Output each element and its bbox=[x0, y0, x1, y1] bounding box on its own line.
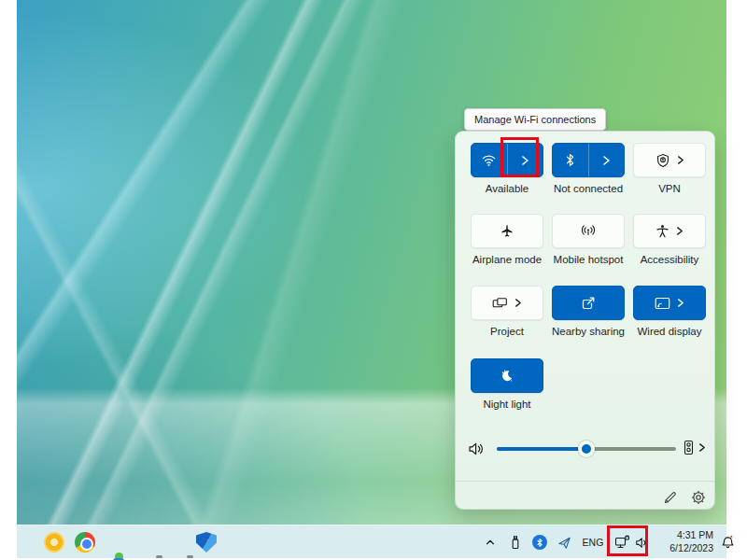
tile-wired-display[interactable] bbox=[633, 286, 706, 320]
volume-row bbox=[456, 436, 716, 464]
airplane-icon bbox=[500, 224, 514, 239]
screen: Manage Wi-Fi connections bbox=[0, 0, 747, 560]
tooltip-manage-wifi: Manage Wi-Fi connections bbox=[464, 108, 606, 131]
tile-label-hotspot: Mobile hotspot bbox=[544, 254, 632, 265]
tile-airplane-mode[interactable] bbox=[471, 214, 543, 248]
audio-output-icon[interactable] bbox=[683, 440, 695, 455]
tile-label-wifi: Available bbox=[463, 183, 551, 194]
paper-plane-icon bbox=[557, 536, 571, 550]
tray-bluetooth[interactable] bbox=[531, 531, 548, 553]
tile-accessibility[interactable] bbox=[633, 214, 706, 248]
chevron-right-icon bbox=[676, 155, 684, 165]
bluetooth-toggle[interactable] bbox=[553, 144, 588, 176]
tray-notifications[interactable]: z bbox=[719, 531, 736, 553]
notification-bell-icon: z bbox=[721, 535, 735, 550]
clock-date: 6/12/2023 bbox=[655, 542, 713, 555]
svg-text:z: z bbox=[729, 535, 732, 539]
tile-project[interactable] bbox=[471, 286, 543, 320]
tile-label-bluetooth: Not connected bbox=[544, 183, 632, 194]
tile-label-vpn: VPN bbox=[626, 183, 713, 194]
tray-paper-plane[interactable] bbox=[556, 531, 572, 553]
volume-slider-thumb[interactable] bbox=[578, 441, 595, 457]
cast-icon bbox=[655, 297, 670, 310]
tile-label-nightlight: Night light bbox=[463, 399, 551, 410]
vpn-shield-icon bbox=[655, 153, 670, 168]
tile-mobile-hotspot[interactable] bbox=[552, 214, 625, 248]
audio-output-expand-icon[interactable] bbox=[698, 442, 706, 453]
moon-icon bbox=[500, 369, 514, 384]
clock-time: 4:31 PM bbox=[655, 529, 713, 542]
pencil-edit-icon bbox=[663, 491, 677, 505]
tray-usb[interactable] bbox=[507, 531, 524, 553]
chevron-right-icon bbox=[601, 155, 611, 166]
annotation-box-tray-network-volume bbox=[607, 525, 648, 556]
quick-settings-panel: Available Not connected VPN bbox=[455, 131, 715, 510]
panel-divider bbox=[456, 481, 714, 482]
chevron-up-icon bbox=[485, 537, 496, 548]
tile-label-airplane: Airplane mode bbox=[463, 254, 551, 265]
settings-gear-icon bbox=[691, 490, 706, 505]
settings-button[interactable] bbox=[687, 488, 710, 507]
tile-label-accessibility: Accessibility bbox=[626, 254, 713, 265]
project-icon bbox=[492, 297, 508, 310]
taskbar-app-chrome[interactable] bbox=[75, 532, 95, 553]
bluetooth-tray-icon bbox=[532, 535, 547, 550]
hotspot-icon bbox=[580, 224, 597, 238]
taskbar-app-browser-canary[interactable] bbox=[44, 532, 64, 553]
tile-label-project: Project bbox=[463, 326, 551, 337]
running-indicator bbox=[187, 555, 193, 558]
volume-slider[interactable] bbox=[497, 447, 676, 451]
tile-label-wired: Wired display bbox=[626, 326, 713, 337]
taskbar-app-colored-shapes[interactable] bbox=[105, 553, 125, 560]
tile-label-nearby: Nearby sharing bbox=[544, 326, 632, 337]
annotation-box-wifi-expand bbox=[500, 137, 539, 177]
wifi-icon bbox=[481, 153, 497, 167]
tray-chevron-up[interactable] bbox=[482, 531, 499, 553]
running-indicator bbox=[156, 555, 162, 558]
chevron-right-icon bbox=[514, 298, 522, 308]
volume-slider-fill bbox=[497, 447, 586, 451]
right-margin bbox=[726, 0, 747, 560]
usb-icon bbox=[509, 535, 522, 551]
speaker-icon bbox=[468, 441, 486, 457]
language-indicator: ENG bbox=[583, 537, 604, 548]
share-icon bbox=[581, 296, 596, 311]
tooltip-text: Manage Wi-Fi connections bbox=[474, 114, 596, 125]
left-margin bbox=[0, 0, 17, 560]
tray-language[interactable]: ENG bbox=[579, 531, 607, 553]
taskbar-app-windows-security[interactable] bbox=[196, 532, 217, 553]
bluetooth-expand-button[interactable] bbox=[588, 144, 625, 176]
tile-night-light[interactable] bbox=[471, 358, 543, 393]
tile-vpn[interactable] bbox=[633, 143, 706, 177]
bluetooth-icon bbox=[564, 153, 576, 167]
tile-nearby-sharing[interactable] bbox=[552, 286, 625, 320]
chevron-right-icon bbox=[676, 298, 684, 308]
accessibility-icon bbox=[655, 224, 669, 239]
tray-clock[interactable]: 4:31 PM 6/12/2023 bbox=[655, 529, 713, 554]
tile-bluetooth[interactable] bbox=[552, 143, 625, 177]
edit-quick-settings-button[interactable] bbox=[658, 488, 681, 507]
chevron-right-icon bbox=[675, 226, 684, 236]
